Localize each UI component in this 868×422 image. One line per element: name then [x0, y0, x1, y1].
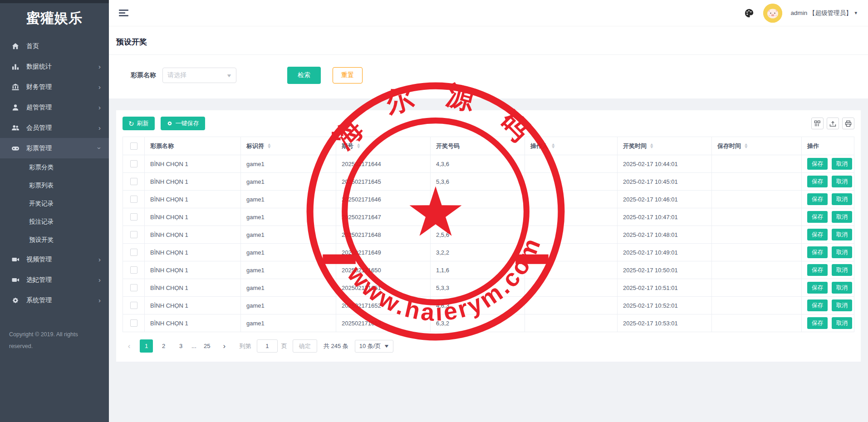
sort-icon[interactable]: ▲▼	[357, 143, 360, 148]
sidebar-item-members[interactable]: 会员管理 ›	[0, 118, 109, 138]
save-button[interactable]: 保存	[807, 176, 828, 187]
sort-icon[interactable]: ▲▼	[551, 143, 555, 148]
cancel-button[interactable]: 取消	[832, 299, 852, 311]
sort-icon[interactable]: ▲▼	[744, 143, 748, 148]
search-button[interactable]: 检索	[287, 67, 321, 84]
cell-name: BÌNH CHỌN 1	[145, 279, 241, 297]
page-button-2[interactable]: 2	[157, 339, 170, 353]
users-icon	[11, 123, 20, 132]
save-button[interactable]: 保存	[807, 158, 828, 170]
cancel-button[interactable]: 取消	[832, 246, 852, 258]
cancel-button[interactable]: 取消	[832, 282, 852, 294]
lottery-name-label: 彩票名称	[116, 71, 156, 79]
chevron-right-icon: ›	[98, 256, 101, 263]
save-button[interactable]: 保存	[807, 282, 828, 294]
sidebar-item-label: 财务管理	[26, 83, 98, 91]
sidebar-item-lottery[interactable]: 彩票管理 ›	[0, 138, 109, 158]
cancel-button[interactable]: 取消	[832, 176, 852, 187]
sidebar-item-system[interactable]: 系统管理 ›	[0, 290, 109, 310]
chevron-right-icon: ›	[98, 83, 101, 90]
row-checkbox[interactable]	[130, 266, 137, 274]
theme-palette-icon[interactable]	[743, 7, 755, 19]
cell-name: BÌNH CHỌN 1	[145, 191, 241, 208]
row-checkbox[interactable]	[130, 302, 137, 309]
cancel-button[interactable]: 取消	[832, 264, 852, 276]
cell-save-time	[712, 155, 802, 173]
row-checkbox[interactable]	[130, 213, 137, 221]
admin-dropdown[interactable]: admin 【超级管理员】 ▾	[790, 9, 857, 17]
refresh-button[interactable]: ↻ 刷新	[123, 117, 155, 130]
col-header-name[interactable]: 彩票名称	[150, 142, 174, 150]
cell-open-time: 2025-02-17 10:47:01	[618, 208, 712, 226]
sort-icon[interactable]: ▲▼	[267, 143, 271, 148]
goto-label: 到第	[240, 342, 251, 350]
cancel-button[interactable]: 取消	[832, 317, 852, 329]
table-header-row: 彩票名称 标识符 ▲▼ 期号 ▲▼ 开奖号码 操作人 ▲▼ 开奖时间 ▲▼ 保存…	[123, 137, 854, 155]
avatar[interactable]	[763, 4, 782, 23]
submenu-item-draw-records[interactable]: 开奖记录	[0, 195, 109, 213]
col-header-numbers[interactable]: 开奖号码	[436, 142, 460, 150]
save-button[interactable]: 保存	[807, 193, 828, 205]
cell-name: BÌNH CHỌN 1	[145, 261, 241, 279]
cell-issue: 202502171650	[336, 261, 431, 279]
sort-icon[interactable]: ▲▼	[650, 143, 653, 148]
page-unit-label: 页	[281, 342, 287, 350]
goto-page-input[interactable]	[257, 339, 278, 353]
cancel-button[interactable]: 取消	[832, 193, 852, 205]
next-page-button[interactable]: ›	[218, 339, 231, 353]
page-button-1[interactable]: 1	[140, 339, 153, 353]
row-checkbox[interactable]	[130, 284, 137, 291]
sidebar-item-statistics[interactable]: 数据统计 ›	[0, 56, 109, 77]
export-button[interactable]	[827, 118, 839, 129]
page-button-3[interactable]: 3	[174, 339, 187, 353]
sidebar-item-xuanfei[interactable]: 选妃管理 ›	[0, 270, 109, 290]
select-all-checkbox[interactable]	[130, 142, 137, 150]
cancel-button[interactable]: 取消	[832, 211, 852, 223]
save-all-button[interactable]: 一键保存	[161, 117, 205, 130]
cell-open-time: 2025-02-17 10:45:01	[618, 173, 712, 191]
goto-confirm-button[interactable]: 确定	[293, 339, 317, 353]
submenu-item-preset-draw[interactable]: 预设开奖	[0, 231, 109, 249]
cancel-button[interactable]: 取消	[832, 158, 852, 170]
row-checkbox[interactable]	[130, 319, 137, 327]
sidebar-item-video[interactable]: 视频管理 ›	[0, 249, 109, 270]
col-header-save-time[interactable]: 保存时间	[717, 142, 741, 150]
sidebar-collapse-icon[interactable]	[119, 8, 129, 18]
save-button[interactable]: 保存	[807, 211, 828, 223]
row-checkbox[interactable]	[130, 196, 137, 203]
col-header-code[interactable]: 标识符	[246, 142, 264, 150]
save-button[interactable]: 保存	[807, 299, 828, 311]
cancel-button[interactable]: 取消	[832, 229, 852, 240]
sidebar-item-home[interactable]: 首页	[0, 36, 109, 56]
col-header-operator[interactable]: 操作人	[530, 142, 548, 150]
lottery-name-select[interactable]: 请选择 ▼	[162, 68, 236, 83]
reset-button[interactable]: 重置	[333, 67, 363, 83]
row-checkbox[interactable]	[130, 160, 137, 167]
page-button-25[interactable]: 25	[201, 339, 214, 353]
row-checkbox[interactable]	[130, 231, 137, 238]
row-checkbox[interactable]	[130, 178, 137, 185]
save-button[interactable]: 保存	[807, 317, 828, 329]
save-button[interactable]: 保存	[807, 264, 828, 276]
column-settings-button[interactable]	[811, 118, 824, 129]
submenu-item-bet-records[interactable]: 投注记录	[0, 213, 109, 231]
table-row: BÌNH CHỌN 1 game1 202502171652 4,6,3 202…	[123, 297, 854, 314]
submenu-item-lottery-category[interactable]: 彩票分类	[0, 158, 109, 177]
col-header-open-time[interactable]: 开奖时间	[623, 142, 647, 150]
save-button[interactable]: 保存	[807, 246, 828, 258]
submenu-item-lottery-list[interactable]: 彩票列表	[0, 177, 109, 195]
cell-code: game1	[241, 261, 336, 279]
save-all-label: 一键保存	[176, 119, 199, 128]
sidebar-item-finance[interactable]: 财务管理 ›	[0, 77, 109, 97]
sidebar-item-superadmin[interactable]: 超管管理 ›	[0, 97, 109, 118]
page-size-select[interactable]: 10 条/页 ▼	[355, 340, 394, 353]
save-button[interactable]: 保存	[807, 229, 828, 240]
prev-page-button[interactable]: ‹	[123, 339, 136, 353]
sidebar-top-strip	[0, 0, 109, 3]
print-button[interactable]	[842, 118, 854, 129]
col-header-issue[interactable]: 期号	[342, 142, 353, 150]
sidebar-item-label: 选妃管理	[26, 276, 98, 284]
topbar: admin 【超级管理员】 ▾	[109, 0, 868, 26]
row-checkbox[interactable]	[130, 249, 137, 256]
cell-numbers: 5,3,6	[431, 173, 525, 191]
